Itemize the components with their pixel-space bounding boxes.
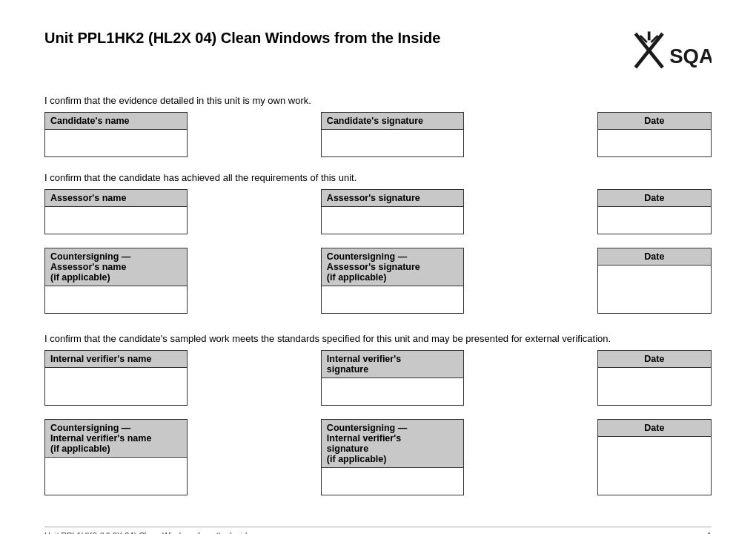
- iv-date-input[interactable]: [598, 368, 711, 405]
- candidate-name-cell: Candidate's name: [44, 112, 188, 157]
- counter-iv-date-label: Date: [598, 420, 711, 437]
- candidate-sig-label: Candidate's signature: [322, 113, 463, 130]
- sqa-logo: SQA: [630, 30, 712, 82]
- footer-page: 1: [707, 531, 712, 534]
- assessor-row: Assessor's name Assessor's signature Dat…: [44, 189, 712, 234]
- iv-sig-input[interactable]: [322, 378, 463, 405]
- counter-iv-sig-label: Countersigning — Internal verifier's sig…: [322, 420, 463, 468]
- candidate-date-cell: Date: [597, 112, 712, 157]
- iv-name-cell: Internal verifier's name: [44, 350, 188, 406]
- counter-assessor-date-label: Date: [598, 248, 711, 266]
- counter-assessor-date-input[interactable]: [598, 266, 711, 313]
- iv-name-input[interactable]: [45, 368, 187, 405]
- iv-date-label: Date: [598, 351, 711, 368]
- candidate-date-label: Date: [598, 113, 711, 130]
- assessor-sig-label: Assessor's signature: [322, 190, 463, 207]
- header-row: Unit PPL1HK2 (HL2X 04) Clean Windows fro…: [44, 30, 712, 82]
- candidate-sig-input[interactable]: [322, 130, 463, 156]
- candidate-name-input[interactable]: [45, 130, 187, 156]
- assessor-date-input[interactable]: [598, 207, 711, 234]
- counter-assessor-sig-cell: Countersigning — Assessor's signature (i…: [321, 248, 464, 314]
- svg-text:SQA: SQA: [669, 44, 712, 67]
- counter-assessor-name-label: Countersigning — Assessor's name (if app…: [45, 248, 187, 286]
- iv-date-cell: Date: [597, 350, 712, 406]
- counter-iv-date-input[interactable]: [598, 437, 711, 495]
- assessor-sig-input[interactable]: [322, 207, 463, 234]
- assessor-date-cell: Date: [597, 189, 712, 234]
- counter-assessor-sig-label: Countersigning — Assessor's signature (i…: [322, 248, 463, 286]
- footer-unit: Unit PPL1HK2 (HL2X 04) Clean Windows fro…: [44, 531, 251, 534]
- candidate-row: Candidate's name Candidate's signature D…: [44, 112, 712, 157]
- footer-left: Unit PPL1HK2 (HL2X 04) Clean Windows fro…: [44, 531, 251, 534]
- page-title: Unit PPL1HK2 (HL2X 04) Clean Windows fro…: [44, 30, 440, 47]
- assessor-name-input[interactable]: [45, 207, 187, 234]
- counter-iv-sig-cell: Countersigning — Internal verifier's sig…: [321, 419, 464, 495]
- assessor-date-label: Date: [598, 190, 711, 207]
- section3-confirm: I confirm that the candidate's sampled w…: [44, 333, 712, 344]
- section1-confirm: I confirm that the evidence detailed in …: [44, 95, 712, 106]
- page: Unit PPL1HK2 (HL2X 04) Clean Windows fro…: [0, 0, 756, 534]
- candidate-sig-cell: Candidate's signature: [321, 112, 464, 157]
- candidate-name-label: Candidate's name: [45, 113, 187, 130]
- counter-iv-name-cell: Countersigning — Internal verifier's nam…: [44, 419, 188, 495]
- counter-iv-date-cell: Date: [597, 419, 712, 495]
- iv-sig-label: Internal verifier's signature: [322, 351, 463, 378]
- counter-assessor-name-cell: Countersigning — Assessor's name (if app…: [44, 248, 188, 314]
- counter-assessor-sig-input[interactable]: [322, 286, 463, 313]
- counter-iv-name-input[interactable]: [45, 458, 187, 495]
- iv-row: Internal verifier's name Internal verifi…: [44, 350, 712, 406]
- iv-sig-cell: Internal verifier's signature: [321, 350, 464, 406]
- counter-iv-row: Countersigning — Internal verifier's nam…: [44, 419, 712, 495]
- assessor-name-label: Assessor's name: [45, 190, 187, 207]
- counter-assessor-row: Countersigning — Assessor's name (if app…: [44, 248, 712, 314]
- assessor-sig-cell: Assessor's signature: [321, 189, 464, 234]
- counter-iv-sig-input[interactable]: [322, 468, 463, 495]
- counter-iv-name-label: Countersigning — Internal verifier's nam…: [45, 420, 187, 458]
- counter-assessor-date-cell: Date: [597, 248, 712, 314]
- section2-confirm: I confirm that the candidate has achieve…: [44, 172, 712, 183]
- counter-assessor-name-input[interactable]: [45, 286, 187, 313]
- footer: Unit PPL1HK2 (HL2X 04) Clean Windows fro…: [44, 527, 712, 534]
- iv-name-label: Internal verifier's name: [45, 351, 187, 368]
- assessor-name-cell: Assessor's name: [44, 189, 188, 234]
- candidate-date-input[interactable]: [598, 130, 711, 156]
